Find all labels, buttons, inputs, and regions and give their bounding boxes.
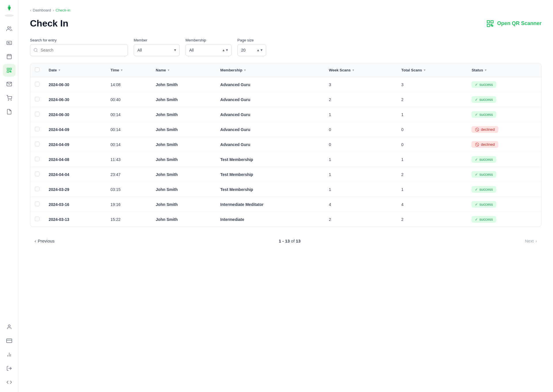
table-row: 2024-04-09 00:14 John Smith Advanced Gur… bbox=[30, 122, 541, 137]
row-status: ✓ success bbox=[467, 212, 541, 227]
th-total-scans[interactable]: Total Scans ▼ bbox=[397, 63, 467, 77]
table-row: 2024-04-08 11:43 John Smith Test Members… bbox=[30, 152, 541, 167]
row-checkbox[interactable] bbox=[35, 217, 39, 221]
app-logo bbox=[4, 3, 14, 17]
table-row: 2024-06-30 14:08 John Smith Advanced Gur… bbox=[30, 77, 541, 92]
row-checkbox[interactable] bbox=[35, 187, 39, 191]
status-badge: ✓ success bbox=[471, 81, 496, 88]
pagination-of: of bbox=[291, 238, 296, 243]
page-size-select[interactable]: 20 50 100 bbox=[237, 44, 266, 56]
prev-label: Previous bbox=[38, 238, 54, 243]
row-name: John Smith bbox=[151, 182, 216, 197]
breadcrumb: › Dashboard › Check-in bbox=[30, 8, 541, 12]
sidebar-item-logout[interactable] bbox=[3, 362, 16, 375]
row-checkbox[interactable] bbox=[35, 142, 39, 146]
row-checkbox[interactable] bbox=[35, 82, 39, 86]
row-membership: Test Membership bbox=[216, 152, 324, 167]
page-size-filter-group: Page size 20 50 100 ▲▼ bbox=[237, 38, 266, 56]
row-checkbox-cell bbox=[30, 122, 44, 137]
status-badge: ✓ success bbox=[471, 171, 496, 178]
next-label: Next bbox=[525, 238, 534, 243]
sidebar-item-card[interactable] bbox=[3, 334, 16, 347]
svg-rect-8 bbox=[10, 68, 11, 70]
sidebar-item-file[interactable] bbox=[3, 105, 16, 118]
sidebar-item-code[interactable] bbox=[3, 376, 16, 389]
row-checkbox[interactable] bbox=[35, 127, 39, 131]
row-checkbox-cell bbox=[30, 107, 44, 122]
sidebar-item-calendar[interactable] bbox=[3, 50, 16, 63]
th-time[interactable]: Time ▼ bbox=[106, 63, 151, 77]
th-date[interactable]: Date ▼ bbox=[44, 63, 106, 77]
table-row: 2024-06-30 00:14 John Smith Advanced Gur… bbox=[30, 107, 541, 122]
row-status: ✓ success bbox=[467, 152, 541, 167]
sidebar-item-id-card[interactable] bbox=[3, 36, 16, 49]
row-week-scans: 1 bbox=[324, 107, 397, 122]
row-membership: Advanced Guru bbox=[216, 122, 324, 137]
row-name: John Smith bbox=[151, 152, 216, 167]
status-badge: ✓ success bbox=[471, 111, 496, 118]
row-week-scans: 1 bbox=[324, 182, 397, 197]
filters: Search for entry Member All ▼ Membership… bbox=[30, 38, 541, 56]
row-name: John Smith bbox=[151, 167, 216, 182]
svg-rect-21 bbox=[491, 20, 493, 23]
row-status: ✓ success bbox=[467, 197, 541, 212]
select-all-checkbox[interactable] bbox=[35, 67, 39, 72]
row-status: ✓ success bbox=[467, 182, 541, 197]
search-input[interactable] bbox=[30, 44, 128, 56]
table-header: Date ▼ Time ▼ Name ▼ bbox=[30, 63, 541, 77]
row-week-scans: 1 bbox=[324, 152, 397, 167]
th-status[interactable]: Status ▼ bbox=[467, 63, 541, 77]
row-status: ✓ success bbox=[467, 167, 541, 182]
membership-select[interactable]: All bbox=[185, 44, 232, 56]
th-name[interactable]: Name ▼ bbox=[151, 63, 216, 77]
checkin-table: Date ▼ Time ▼ Name ▼ bbox=[30, 63, 541, 227]
sidebar-item-mail[interactable] bbox=[3, 78, 16, 90]
row-checkbox[interactable] bbox=[35, 112, 39, 116]
status-icon: ✓ bbox=[475, 98, 478, 102]
sidebar-item-qr-code[interactable] bbox=[3, 64, 16, 77]
search-label: Search for entry bbox=[30, 38, 128, 42]
status-badge: ✓ success bbox=[471, 201, 496, 208]
breadcrumb-home[interactable]: Dashboard bbox=[33, 8, 51, 12]
sidebar-item-person[interactable] bbox=[3, 321, 16, 333]
prev-chevron-icon: ‹ bbox=[35, 238, 36, 243]
row-membership: Advanced Guru bbox=[216, 107, 324, 122]
row-time: 11:43 bbox=[106, 152, 151, 167]
row-date: 2024-06-30 bbox=[44, 107, 106, 122]
open-qr-scanner-button[interactable]: Open QR Scanner bbox=[486, 20, 541, 28]
member-select[interactable]: All bbox=[134, 44, 180, 56]
sidebar-item-people[interactable] bbox=[3, 22, 16, 35]
row-checkbox[interactable] bbox=[35, 157, 39, 161]
page-size-label: Page size bbox=[237, 38, 266, 42]
svg-rect-20 bbox=[487, 20, 489, 23]
row-time: 15:22 bbox=[106, 212, 151, 227]
status-badge: 🚫 declined bbox=[471, 141, 498, 148]
status-badge: ✓ success bbox=[471, 216, 496, 223]
row-week-scans: 3 bbox=[324, 77, 397, 92]
th-membership[interactable]: Membership ▼ bbox=[216, 63, 324, 77]
row-checkbox[interactable] bbox=[35, 97, 39, 101]
row-total-scans: 1 bbox=[397, 152, 467, 167]
row-date: 2024-04-04 bbox=[44, 167, 106, 182]
row-membership: Test Membership bbox=[216, 182, 324, 197]
svg-rect-14 bbox=[6, 339, 12, 342]
row-total-scans: 2 bbox=[397, 167, 467, 182]
table-row: 2024-06-30 00:40 John Smith Advanced Gur… bbox=[30, 92, 541, 107]
row-date: 2024-04-08 bbox=[44, 152, 106, 167]
row-checkbox-cell bbox=[30, 77, 44, 92]
next-button[interactable]: Next › bbox=[521, 236, 540, 246]
status-icon: 🚫 bbox=[475, 128, 479, 132]
breadcrumb-current: Check-in bbox=[56, 8, 70, 12]
th-week-scans[interactable]: Week Scans ▼ bbox=[324, 63, 397, 77]
prev-button[interactable]: ‹ Previous bbox=[31, 236, 58, 246]
th-checkbox[interactable] bbox=[30, 63, 44, 77]
status-icon: ✓ bbox=[475, 217, 478, 221]
row-checkbox-cell bbox=[30, 152, 44, 167]
status-icon: ✓ bbox=[475, 202, 478, 207]
row-checkbox[interactable] bbox=[35, 172, 39, 176]
membership-select-wrap: All ▲▼ bbox=[185, 44, 232, 56]
row-checkbox[interactable] bbox=[35, 202, 39, 206]
sidebar-item-cart[interactable] bbox=[3, 92, 16, 104]
row-status: ✓ success bbox=[467, 77, 541, 92]
sidebar-item-chart[interactable] bbox=[3, 348, 16, 361]
